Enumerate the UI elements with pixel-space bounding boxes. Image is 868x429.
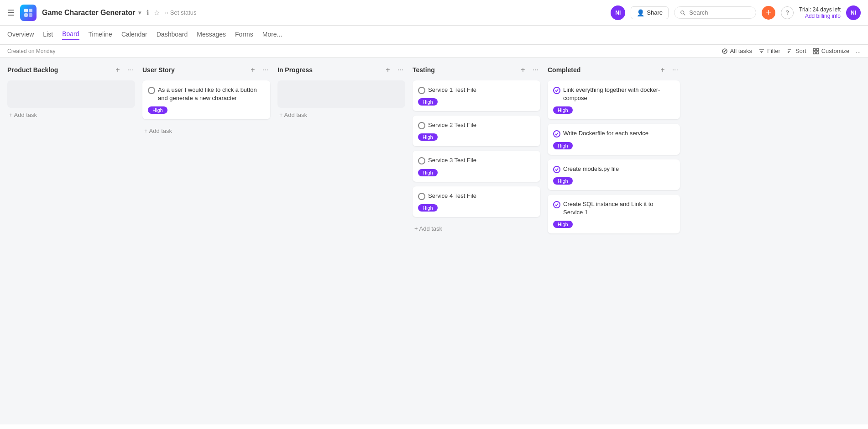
card-c-4[interactable]: Create SQL instance and Link it to Servi… [548, 195, 680, 233]
column-title-testing: Testing [413, 66, 435, 74]
svg-rect-1 [29, 9, 32, 12]
all-tasks-button[interactable]: All tasks [722, 48, 752, 54]
column-header-in-progress: In Progress+··· [277, 65, 405, 75]
check-icon[interactable] [148, 87, 155, 94]
board: Product Backlog+···+ Add taskUser Story+… [0, 58, 868, 424]
card-c-3[interactable]: Create models.py fileHigh [548, 159, 680, 190]
svg-rect-14 [816, 48, 819, 51]
card-c-1[interactable]: Link everything together with docker-com… [548, 80, 680, 119]
trial-info: Trial: 24 days left Add billing info [799, 6, 841, 19]
column-add-completed[interactable]: + [659, 65, 666, 75]
card-c-2[interactable]: Write Dockerfile for each serviceHigh [548, 124, 680, 154]
add-task-in-progress[interactable]: + Add task [277, 108, 405, 122]
created-info: Created on Monday [7, 48, 55, 54]
priority-badge: High [553, 221, 573, 228]
nav-dashboard[interactable]: Dashboard [157, 31, 188, 40]
check-icon[interactable] [418, 157, 425, 164]
card-text: Create models.py file [563, 165, 619, 173]
card-t-2[interactable]: Service 2 Test FileHigh [413, 116, 540, 146]
priority-badge: High [553, 106, 573, 114]
billing-link[interactable]: Add billing info [799, 13, 841, 19]
toolbar: Created on Monday All tasks Filter Sort … [0, 45, 868, 58]
nav-timeline[interactable]: Timeline [89, 31, 112, 40]
priority-badge: High [418, 169, 438, 176]
nav-list[interactable]: List [43, 31, 53, 40]
check-icon[interactable] [553, 201, 560, 208]
search-input[interactable] [689, 9, 750, 16]
column-header-testing: Testing+··· [413, 65, 540, 75]
card-text: Service 1 Test File [428, 86, 476, 94]
column-title-completed: Completed [548, 66, 580, 74]
share-button[interactable]: 👤 Share [631, 6, 669, 19]
app-logo [20, 5, 37, 21]
column-in-progress: In Progress+···+ Add task [277, 65, 405, 122]
svg-rect-3 [29, 13, 32, 17]
card-text: Service 2 Test File [428, 121, 476, 129]
priority-badge: High [553, 177, 573, 185]
star-icon[interactable]: ☆ [154, 9, 160, 17]
sort-button[interactable]: Sort [787, 48, 806, 54]
column-add-testing[interactable]: + [519, 65, 527, 75]
check-icon[interactable] [418, 193, 425, 200]
filter-button[interactable]: Filter [758, 48, 780, 54]
card-t-3[interactable]: Service 3 Test FileHigh [413, 151, 540, 181]
card-text: As a user I would like to click a button… [158, 86, 265, 102]
column-title-product-backlog: Product Backlog [7, 66, 58, 74]
column-more-user-story[interactable]: ··· [261, 65, 270, 75]
svg-rect-13 [813, 48, 816, 51]
check-icon[interactable] [553, 166, 560, 173]
nav-board[interactable]: Board [62, 30, 79, 40]
set-status-button[interactable]: ○ Set status [165, 9, 197, 16]
customize-button[interactable]: Customize [813, 48, 849, 54]
column-more-product-backlog[interactable]: ··· [125, 65, 135, 75]
avatar-right[interactable]: NI [846, 5, 861, 20]
card-text: Link everything together with docker-com… [563, 86, 675, 102]
empty-in-progress [277, 80, 405, 108]
project-name[interactable]: Game Character Generator ▾ [42, 9, 141, 17]
column-add-in-progress[interactable]: + [384, 65, 392, 75]
nav-calendar[interactable]: Calendar [121, 31, 147, 40]
nav-messages[interactable]: Messages [197, 31, 226, 40]
add-task-testing[interactable]: + Add task [413, 222, 540, 236]
nav-more[interactable]: More... [262, 31, 282, 40]
search-bar[interactable] [674, 6, 756, 19]
card-text: Service 3 Test File [428, 156, 476, 164]
empty-product-backlog [7, 80, 135, 108]
priority-badge: High [148, 106, 167, 114]
column-more-testing[interactable]: ··· [531, 65, 540, 75]
add-task-product-backlog[interactable]: + Add task [7, 108, 135, 122]
column-add-product-backlog[interactable]: + [114, 65, 121, 75]
card-t-4[interactable]: Service 4 Test FileHigh [413, 186, 540, 217]
column-completed: Completed+···Link everything together wi… [548, 65, 680, 238]
card-text: Write Dockerfile for each service [563, 129, 648, 138]
more-options-button[interactable]: ... [856, 48, 861, 54]
check-icon[interactable] [418, 122, 425, 129]
column-testing: Testing+···Service 1 Test FileHighServic… [413, 65, 540, 236]
menu-icon[interactable]: ☰ [7, 8, 15, 18]
column-header-product-backlog: Product Backlog+··· [7, 65, 135, 75]
help-button[interactable]: ? [781, 6, 794, 19]
column-title-user-story: User Story [142, 66, 175, 74]
card-t-1[interactable]: Service 1 Test FileHigh [413, 80, 540, 111]
priority-badge: High [418, 98, 438, 106]
avatar-left[interactable]: NI [611, 5, 625, 20]
check-icon[interactable] [418, 87, 425, 94]
check-icon[interactable] [553, 130, 560, 138]
column-user-story: User Story+···As a user I would like to … [142, 65, 270, 138]
add-task-user-story[interactable]: + Add task [142, 124, 270, 138]
column-add-user-story[interactable]: + [249, 65, 256, 75]
nav-forms[interactable]: Forms [235, 31, 253, 40]
column-more-in-progress[interactable]: ··· [396, 65, 405, 75]
info-icon[interactable]: ℹ [146, 9, 149, 17]
person-icon: 👤 [637, 9, 644, 16]
top-bar: ☰ Game Character Generator ▾ ℹ ☆ ○ Set s… [0, 0, 868, 26]
svg-point-4 [681, 11, 684, 14]
svg-rect-2 [24, 13, 28, 17]
svg-rect-0 [24, 9, 28, 12]
nav-overview[interactable]: Overview [7, 31, 34, 40]
add-button[interactable]: + [762, 6, 775, 20]
toolbar-right: All tasks Filter Sort Customize ... [722, 48, 861, 54]
card-us-1[interactable]: As a user I would like to click a button… [142, 80, 270, 119]
column-more-completed[interactable]: ··· [670, 65, 680, 75]
check-icon[interactable] [553, 87, 560, 94]
